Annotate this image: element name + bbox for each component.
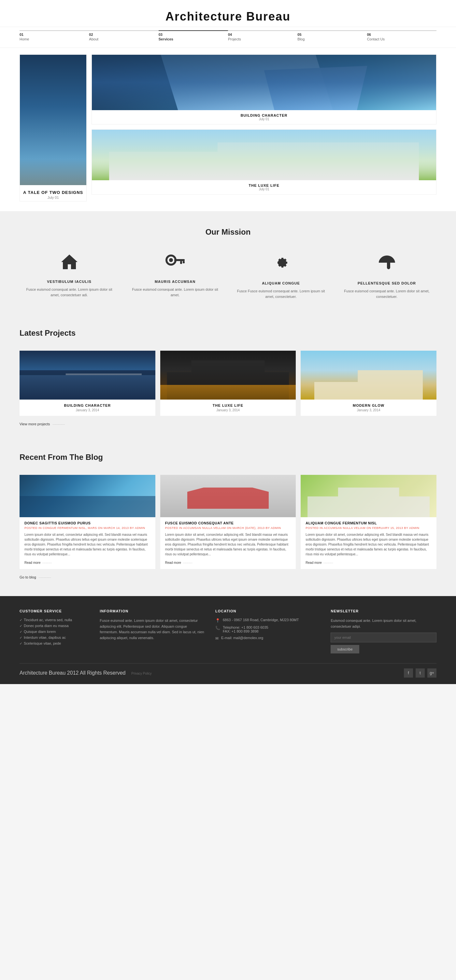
go-to-blog-link[interactable]: Go to blog	[19, 575, 51, 579]
house-outline	[33, 374, 142, 398]
nav-label-blog: Blog	[297, 37, 367, 41]
footer-location-title: LOCATION	[215, 609, 321, 613]
project-card-2: MODERN GLOW January 3, 2014	[300, 351, 437, 416]
key-icon	[129, 253, 221, 275]
project-date-2: January 3, 2014	[305, 408, 432, 412]
footer-grid: CUSTOMER SERVICE Tincidunt ac, viverra s…	[19, 609, 437, 654]
project-date-0: January 3, 2014	[24, 408, 151, 412]
mission-item-3: PELLENTESQUE SED DOLOR Fusce euismod con…	[337, 250, 437, 302]
email-icon: ✉	[215, 636, 219, 641]
footer: CUSTOMER SERVICE Tincidunt ac, viverra s…	[0, 596, 456, 684]
location-pin-icon: 📍	[215, 618, 220, 623]
mission-section: Our Mission VESTIBULUM IACULIS Fusce eui…	[0, 211, 456, 319]
mission-item-0: VESTIBULUM IACULIS Fusce euismod consequ…	[19, 250, 119, 302]
project-title-0: BUILDING CHARACTER	[24, 404, 151, 407]
newsletter-subscribe-button[interactable]: subscribe	[330, 645, 359, 654]
project-caption-2: MODERN GLOW January 3, 2014	[300, 399, 437, 416]
footer-cs-item-2: Quisque diam lorem	[19, 630, 90, 633]
hero-right-top-card: BUILDING CHARACTER July 01	[92, 54, 437, 124]
nav-item-blog[interactable]: 05 Blog	[297, 30, 367, 43]
projects-section: Latest Projects BUILDING CHARACTER Janua…	[0, 319, 456, 443]
nav-label-services: Services	[159, 37, 228, 41]
facebook-icon[interactable]: f	[404, 668, 413, 678]
nav-item-services[interactable]: 03 Services	[159, 30, 228, 43]
footer-cs-item-4: Scelerisque vitae, pede	[19, 641, 90, 645]
mission-label-1: MAURIS ACCUMSAN	[129, 280, 221, 283]
blog-title: Recent From The Blog	[19, 453, 437, 462]
nav-num-home: 01	[19, 33, 89, 37]
read-more-link-1[interactable]: Read more	[165, 561, 192, 565]
nav-num-projects: 04	[228, 33, 297, 37]
site-title: Architecture Bureau	[0, 10, 456, 24]
mission-text-2: Fusce Fusce euismod consequat ante. Lore…	[235, 288, 327, 299]
nav-item-home[interactable]: 01 Home	[19, 30, 89, 43]
newsletter-email-input[interactable]	[330, 633, 437, 642]
gear-icon	[235, 253, 327, 276]
footer-cs-item-1: Donec porta diam eu massa	[19, 624, 90, 628]
project-title-2: MODERN GLOW	[305, 404, 432, 407]
blog-card-1: FUSCE EUISMOD CONSEQUAT ANTE POSTED IN A…	[160, 475, 296, 569]
svg-marker-0	[61, 255, 78, 269]
nav-label-projects: Projects	[228, 37, 297, 41]
blog-text-2: Lorem ipsum dolor sit amet, consectetur …	[305, 532, 432, 557]
blog-text-0: Lorem ipsum dolor sit amet, consectetur …	[24, 532, 151, 557]
mission-label-0: VESTIBULUM IACULIS	[23, 280, 116, 283]
nav-num-services: 03	[159, 33, 228, 37]
blog-image-0	[19, 475, 156, 517]
hero-right-bottom-image	[92, 130, 436, 180]
nav-label-home: Home	[19, 37, 89, 41]
nav-num-contact: 06	[367, 33, 437, 37]
footer-newsletter-title: NEWSLETTER	[330, 609, 437, 613]
google-plus-icon[interactable]: g+	[427, 668, 437, 678]
social-icons-group: f t g+	[404, 668, 437, 678]
nav-item-projects[interactable]: 04 Projects	[228, 30, 297, 43]
umbrella-icon	[340, 253, 433, 276]
project-date-1: January 3, 2014	[165, 408, 291, 412]
footer-cs-item-0: Tincidunt ac, viverra sed, nulla	[19, 618, 90, 622]
project-card-0: BUILDING CHARACTER January 3, 2014	[19, 351, 156, 416]
hero-right-bottom-card: THE LUXE LIFE July 01	[92, 129, 437, 194]
footer-information: INFORMATION Fusce euismod ante. Lorem ip…	[100, 609, 205, 654]
mission-text-0: Fusce euismod consequat ante. Lorem ipsu…	[23, 287, 116, 298]
nav-item-about[interactable]: 02 About	[89, 30, 158, 43]
nav-item-contact[interactable]: 06 Contact Us	[367, 30, 437, 43]
footer-info-title: INFORMATION	[100, 609, 205, 613]
hero-right-top-image	[92, 55, 436, 110]
blog-card-0: DONEC SAGITTIS EUISMOD PURUS POSTED IN C…	[19, 475, 156, 569]
footer-cs-item-3: Interdum vitae, dapibus ac	[19, 636, 90, 640]
sky-overlay	[92, 55, 436, 110]
hero-right-bottom-title: THE LUXE LIFE	[95, 183, 433, 188]
sky-overlay-2	[92, 130, 436, 180]
footer-address-item: 📍 6863 - 0967 168 Road, Cambridge, MJ23 …	[215, 618, 321, 623]
phone-icon: 📞	[215, 626, 220, 630]
red-chairs	[187, 488, 269, 509]
read-more-link-2[interactable]: Read more	[305, 561, 332, 565]
blog-grid: DONEC SAGITTIS EUISMOD PURUS POSTED IN C…	[19, 475, 437, 569]
mission-label-2: ALIQUAM CONGUE	[235, 281, 327, 285]
footer-bottom-left: Architecture Bureau 2012 All Rights Rese…	[19, 670, 152, 676]
footer-location: LOCATION 📍 6863 - 0967 168 Road, Cambrid…	[215, 609, 321, 654]
project-caption-1: THE LUXE LIFE January 3, 2014	[160, 399, 296, 416]
hero-left-caption: A TALE OF TWO DESIGNS July 01	[20, 185, 86, 201]
footer-privacy-link[interactable]: Privacy Policy	[131, 672, 151, 675]
read-more-link-0[interactable]: Read more	[24, 561, 51, 565]
nav-num-blog: 05	[297, 33, 367, 37]
water-reflection	[19, 496, 156, 517]
hero-right-bottom-date: July 01	[95, 188, 433, 191]
blog-meta-0: POSTED IN CONGUE FERMENTUM NISL, MARS ON…	[24, 527, 151, 530]
hero-left-card: A TALE OF TWO DESIGNS July 01	[19, 54, 87, 201]
project-caption-0: BUILDING CHARACTER January 3, 2014	[19, 399, 156, 416]
hero-section: A TALE OF TWO DESIGNS July 01 BUILDING C…	[0, 48, 456, 211]
sky-gradient	[20, 55, 86, 185]
mission-text-3: Fusce euismod consequat ante. Lorem dolo…	[340, 288, 433, 299]
blog-caption-2: ALIQUAM CONGUE FERMENTUM NISL POSTED IN …	[300, 517, 437, 569]
svg-point-2	[169, 258, 173, 262]
blog-card-2: ALIQUAM CONGUE FERMENTUM NISL POSTED IN …	[300, 475, 437, 569]
project-card-1: THE LUXE LIFE January 3, 2014	[160, 351, 296, 416]
view-more-projects-link[interactable]: View more projects	[19, 422, 64, 426]
blog-post-title-0: DONEC SAGITTIS EUISMOD PURUS	[24, 521, 151, 525]
footer-newsletter-text: Euismod consequat ante. Lorem ipsum dolo…	[330, 618, 437, 629]
twitter-icon[interactable]: t	[416, 668, 425, 678]
projects-title: Latest Projects	[19, 329, 437, 338]
footer-bottom: Architecture Bureau 2012 All Rights Rese…	[19, 663, 437, 678]
